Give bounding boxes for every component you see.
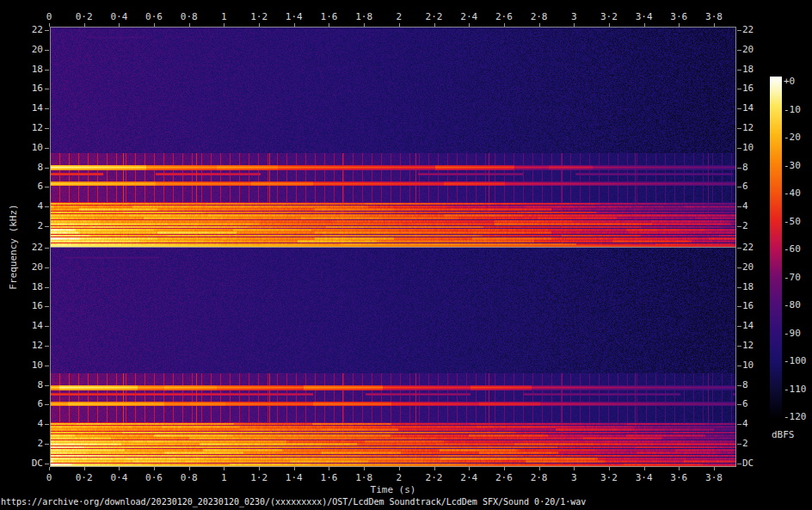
- time-tick-label: 0·4: [110, 472, 127, 484]
- time-tick-label: 0·8: [181, 472, 198, 484]
- freq-tick-mark: [737, 30, 741, 31]
- time-tick-label: 0: [46, 472, 52, 484]
- time-tick-label: 0·2: [76, 472, 93, 484]
- time-tick-label: 2·8: [531, 11, 548, 23]
- freq-tick-mark: [737, 287, 741, 288]
- time-tick-mark: [154, 23, 155, 27]
- freq-tick-label: 6: [0, 398, 43, 410]
- time-axis-title: Time (s): [371, 484, 416, 495]
- time-tick-label: 2·6: [495, 472, 513, 484]
- time-tick-mark: [609, 467, 610, 470]
- freq-tick-mark: [45, 89, 49, 89]
- freq-tick-label: 8: [0, 379, 43, 391]
- freq-tick-label: 20: [0, 44, 43, 56]
- freq-tick-mark: [45, 128, 49, 129]
- freq-tick-mark: [45, 148, 49, 149]
- time-tick-label: 2·4: [460, 472, 477, 484]
- freq-tick-label: 16: [0, 300, 43, 312]
- time-tick-label: 0·2: [76, 11, 93, 23]
- freq-tick-label: 18: [742, 281, 754, 293]
- time-tick-mark: [539, 467, 540, 470]
- time-tick-mark: [714, 23, 715, 27]
- freq-tick-mark: [737, 206, 741, 207]
- freq-tick-label: 22: [742, 242, 754, 254]
- time-tick-mark: [364, 23, 365, 27]
- freq-tick-mark: [45, 168, 49, 169]
- freq-tick-label: 22: [0, 24, 43, 36]
- time-tick-label: 2·8: [531, 472, 548, 484]
- time-tick-label: 0·6: [145, 11, 163, 23]
- colorbar-tick-label: -50: [784, 216, 801, 228]
- time-tick-mark: [399, 467, 400, 470]
- freq-tick-mark: [45, 50, 49, 51]
- time-tick-label: 2·4: [460, 11, 477, 23]
- time-tick-label: 0·8: [181, 11, 198, 23]
- freq-tick-mark: [45, 444, 49, 445]
- time-tick-label: 3·4: [636, 11, 653, 23]
- time-tick-mark: [399, 23, 400, 27]
- freq-tick-label: 10: [742, 359, 754, 372]
- time-tick-mark: [294, 23, 295, 27]
- time-tick-label: 2·6: [495, 11, 513, 23]
- freq-tick-label: DC: [0, 458, 43, 470]
- time-tick-label: 1·8: [355, 472, 372, 484]
- freq-tick-mark: [45, 464, 49, 464]
- colorbar-tick-label: -40: [784, 187, 801, 200]
- freq-tick-label: 10: [0, 359, 43, 372]
- time-tick-label: 1·4: [286, 11, 303, 23]
- time-tick-mark: [84, 467, 85, 470]
- time-tick-mark: [644, 467, 645, 470]
- freq-tick-label: 8: [742, 379, 748, 391]
- freq-tick-label: 4: [742, 200, 748, 212]
- freq-tick-label: 4: [742, 418, 748, 430]
- time-tick-mark: [189, 23, 190, 27]
- time-tick-mark: [504, 23, 505, 27]
- time-tick-label: 3·6: [670, 472, 687, 484]
- time-tick-label: 1·2: [250, 11, 268, 23]
- time-tick-mark: [469, 23, 470, 27]
- time-tick-mark: [574, 467, 575, 470]
- time-tick-label: 1: [221, 472, 227, 484]
- time-tick-label: 1·6: [321, 11, 338, 23]
- time-tick-mark: [539, 23, 540, 27]
- freq-tick-mark: [45, 424, 49, 425]
- freq-tick-label: 4: [0, 200, 43, 212]
- freq-axis-title: Frequency (kHz): [8, 204, 19, 289]
- freq-tick-label: 18: [0, 64, 43, 76]
- freq-tick-label: 6: [742, 398, 748, 410]
- time-tick-mark: [84, 23, 85, 27]
- freq-tick-label: 8: [0, 162, 43, 174]
- freq-tick-mark: [45, 385, 49, 386]
- freq-tick-mark: [45, 70, 49, 71]
- source-url-text: https://archive·org/download/20230120_20…: [1, 497, 586, 507]
- time-tick-mark: [434, 23, 435, 27]
- freq-tick-mark: [737, 50, 741, 51]
- time-tick-mark: [434, 467, 435, 470]
- freq-tick-label: 18: [0, 281, 43, 293]
- time-tick-mark: [644, 23, 645, 27]
- freq-tick-mark: [45, 248, 49, 249]
- time-tick-mark: [154, 467, 155, 470]
- time-tick-label: 3: [571, 472, 577, 484]
- freq-tick-mark: [737, 226, 741, 227]
- freq-tick-label: 16: [742, 83, 754, 95]
- freq-tick-mark: [737, 248, 741, 249]
- freq-tick-label: 22: [742, 24, 754, 36]
- freq-tick-mark: [45, 30, 49, 31]
- time-tick-mark: [609, 23, 610, 27]
- freq-tick-label: 10: [742, 142, 754, 154]
- freq-tick-mark: [737, 128, 741, 129]
- time-tick-label: 0: [46, 11, 52, 23]
- freq-tick-label: 12: [0, 122, 43, 134]
- freq-tick-mark: [737, 168, 741, 169]
- time-tick-label: 2: [397, 11, 403, 23]
- freq-tick-mark: [737, 267, 741, 268]
- time-tick-label: 1·6: [321, 472, 338, 484]
- colorbar-tick-label: +0: [784, 76, 795, 88]
- freq-tick-mark: [737, 385, 741, 386]
- freq-tick-mark: [45, 346, 49, 347]
- freq-tick-label: 4: [0, 418, 43, 430]
- time-tick-label: 0·4: [110, 11, 127, 23]
- freq-tick-label: 2: [0, 438, 43, 450]
- time-tick-mark: [259, 23, 260, 27]
